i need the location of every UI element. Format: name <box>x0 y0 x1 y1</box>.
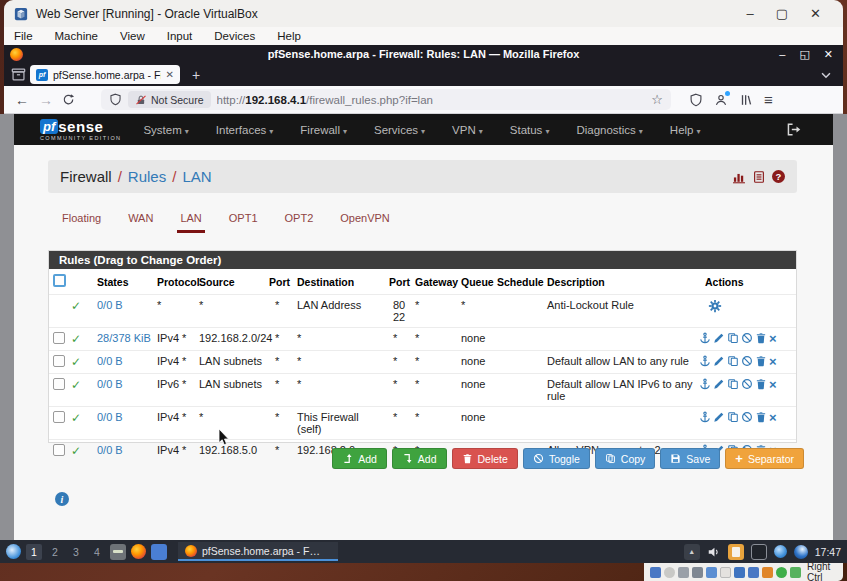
vbox-menu-machine[interactable]: Machine <box>55 30 98 42</box>
vbox-close-button[interactable]: ✕ <box>810 6 821 21</box>
delete-button[interactable]: Delete <box>452 448 518 469</box>
workspace-4[interactable]: 4 <box>89 544 105 560</box>
disable-ban-icon[interactable] <box>741 411 753 423</box>
tab-openvpn[interactable]: OpenVPN <box>340 212 390 233</box>
info-icon[interactable]: i <box>55 492 69 506</box>
row-checkbox[interactable] <box>53 411 65 423</box>
delete-x-icon[interactable]: × <box>769 412 777 423</box>
status-chart-icon[interactable] <box>732 170 746 184</box>
vbox-menu-file[interactable]: File <box>14 30 33 42</box>
states-link[interactable]: 0/0 B <box>95 440 155 473</box>
copy-icon[interactable] <box>727 411 739 423</box>
bookmark-star-icon[interactable]: ☆ <box>651 92 663 107</box>
table-row[interactable]: ✓ 0/0 B IPv4 *LAN subnets ** * *none Def… <box>49 351 796 374</box>
states-link[interactable]: 0/0 B <box>95 295 155 328</box>
firefox-minimize-button[interactable]: – <box>779 48 785 61</box>
separator-button[interactable]: + Separator <box>725 448 804 469</box>
breadcrumb-rules-link[interactable]: Rules <box>128 168 166 185</box>
vbox-menu-devices[interactable]: Devices <box>214 30 255 42</box>
url-bar[interactable]: Not Secure http://192.168.4.1/firewall_r… <box>101 89 671 110</box>
new-tab-button[interactable]: + <box>192 67 200 83</box>
log-doc-icon[interactable] <box>752 170 766 184</box>
gear-icon[interactable] <box>708 299 722 313</box>
delete-x-icon[interactable]: × <box>769 356 777 367</box>
table-row[interactable]: ✓ 28/378 KiB IPv4 *192.168.2.0/24 ** * *… <box>49 328 796 351</box>
tracking-shield-icon[interactable] <box>109 93 122 106</box>
move-anchor-icon[interactable] <box>699 355 711 367</box>
nav-system[interactable]: System▾ <box>143 124 188 136</box>
network-manager-icon[interactable] <box>794 545 808 559</box>
nav-firewall[interactable]: Firewall▾ <box>300 124 347 136</box>
clipboard-icon[interactable] <box>728 544 744 560</box>
vbox-minimize-button[interactable]: – <box>747 6 754 21</box>
firefox-close-button[interactable]: ✕ <box>824 48 833 61</box>
nav-help[interactable]: Help▾ <box>670 124 701 136</box>
row-checkbox[interactable] <box>53 444 65 456</box>
nav-services[interactable]: Services▾ <box>374 124 425 136</box>
states-link[interactable]: 0/0 B <box>95 407 155 440</box>
protections-shield-icon[interactable] <box>689 93 703 107</box>
disable-ban-icon[interactable] <box>741 355 753 367</box>
tab-opt2[interactable]: OPT2 <box>285 212 314 233</box>
pfsense-logo[interactable]: pf sense COMMUNITY EDITION <box>40 119 121 141</box>
toggle-button[interactable]: Toggle <box>523 448 590 469</box>
file-manager-icon[interactable] <box>110 544 126 560</box>
add-rule-bottom-button[interactable]: Add <box>392 448 447 469</box>
add-rule-top-button[interactable]: Add <box>332 448 387 469</box>
delete-trash-icon[interactable] <box>755 411 767 423</box>
vbox-maximize-button[interactable]: ▢ <box>776 6 788 21</box>
save-button[interactable]: Save <box>660 448 720 469</box>
taskbar-window-button[interactable]: pfSense.home.arpa - F… <box>178 542 338 561</box>
move-anchor-icon[interactable] <box>699 411 711 423</box>
copy-icon[interactable] <box>727 378 739 390</box>
states-link[interactable]: 0/0 B <box>95 374 155 407</box>
edit-pencil-icon[interactable] <box>713 332 725 344</box>
nav-diagnostics[interactable]: Diagnostics▾ <box>576 124 642 136</box>
tab-wan[interactable]: WAN <box>128 212 153 233</box>
help-icon[interactable]: ? <box>772 170 785 183</box>
copy-button[interactable]: Copy <box>595 448 656 469</box>
messenger-icon[interactable] <box>151 544 167 560</box>
states-link[interactable]: 0/0 B <box>95 351 155 374</box>
tab-close-icon[interactable]: ✕ <box>166 69 174 80</box>
delete-trash-icon[interactable] <box>755 378 767 390</box>
vbox-menu-help[interactable]: Help <box>277 30 301 42</box>
browser-tab[interactable]: pf pfSense.home.arpa - Fire ✕ <box>30 65 180 84</box>
select-all-checkbox[interactable] <box>53 274 66 287</box>
network-icon[interactable] <box>751 544 767 560</box>
hamburger-menu-icon[interactable]: ≡ <box>764 91 773 108</box>
nav-status[interactable]: Status▾ <box>510 124 550 136</box>
move-anchor-icon[interactable] <box>699 332 711 344</box>
edit-pencil-icon[interactable] <box>713 355 725 367</box>
workspace-1[interactable]: 1 <box>26 544 42 560</box>
edit-pencil-icon[interactable] <box>713 411 725 423</box>
table-row[interactable]: ✓ 0/0 B ** *LAN Address 80 22 ** Anti-Lo… <box>49 295 796 328</box>
logout-icon[interactable] <box>786 122 801 137</box>
vbox-menu-view[interactable]: View <box>120 30 145 42</box>
disable-ban-icon[interactable] <box>741 378 753 390</box>
delete-trash-icon[interactable] <box>755 332 767 344</box>
delete-x-icon[interactable]: × <box>769 333 777 344</box>
row-checkbox[interactable] <box>53 332 65 344</box>
tab-floating[interactable]: Floating <box>62 212 101 233</box>
tray-expand-icon[interactable]: ▲ <box>684 544 700 560</box>
status-orb-icon[interactable] <box>774 545 787 558</box>
delete-trash-icon[interactable] <box>755 355 767 367</box>
security-chip[interactable]: Not Secure <box>128 91 211 108</box>
copy-icon[interactable] <box>727 355 739 367</box>
back-button[interactable]: ← <box>10 92 34 108</box>
disable-ban-icon[interactable] <box>741 332 753 344</box>
table-row[interactable]: ✓ 0/0 B IPv6 *LAN subnets ** * *none Def… <box>49 374 796 407</box>
firefox-restore-button[interactable]: ◱ <box>799 48 809 61</box>
forward-button[interactable]: → <box>34 92 58 108</box>
move-anchor-icon[interactable] <box>699 378 711 390</box>
nav-vpn[interactable]: VPN▾ <box>452 124 483 136</box>
library-icon[interactable] <box>739 93 753 107</box>
edit-pencil-icon[interactable] <box>713 378 725 390</box>
table-row[interactable]: ✓ 0/0 B IPv4 ** *This Firewall (self) * … <box>49 407 796 440</box>
copy-icon[interactable] <box>727 332 739 344</box>
tab-list-chevron-icon[interactable] <box>819 68 833 82</box>
account-icon[interactable] <box>714 93 728 107</box>
app-menu-icon[interactable] <box>6 544 21 559</box>
firefox-view-icon[interactable] <box>11 67 26 82</box>
